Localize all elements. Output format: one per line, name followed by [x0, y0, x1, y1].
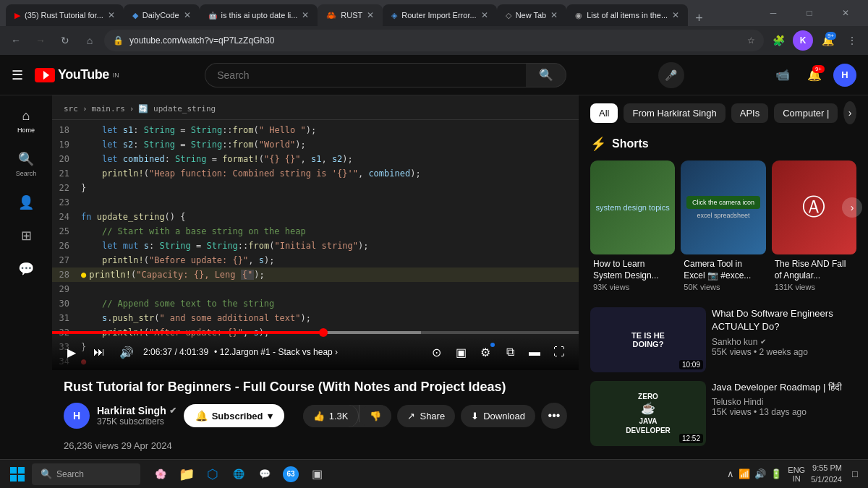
more-options-button[interactable]: ••• [541, 403, 567, 429]
youtube-header: ☰ YouTube IN 🔍 🎤 📹 🔔 9+ H [0, 55, 868, 95]
like-button[interactable]: 👍 1.3K [303, 405, 359, 427]
fullscreen-button[interactable]: ⛶ [548, 341, 570, 363]
tab-router[interactable]: ◈ Router Import Error... ✕ [383, 4, 496, 26]
forward-button[interactable]: → [30, 30, 51, 51]
channel-avatar[interactable]: H [64, 403, 90, 429]
maximize-button[interactable]: □ [793, 0, 826, 26]
tab-list[interactable]: ◉ List of all items in the... ✕ [566, 4, 688, 26]
subtitles-button[interactable]: ▣ [450, 341, 472, 363]
code-line-29: 29 [52, 282, 579, 296]
user-avatar[interactable]: H [833, 64, 856, 87]
browser-action-extensions: 🧩 K 🔔 9+ ⋮ [768, 30, 862, 51]
volume-button[interactable]: 🔊 [116, 341, 137, 363]
home-button[interactable]: ⌂ [80, 30, 100, 51]
battery-icon[interactable]: 🔋 [770, 468, 782, 479]
sidebar-item-chat[interactable]: 💬 [3, 254, 49, 284]
clock[interactable]: 9:55 PM 5/1/2024 [811, 463, 842, 485]
taskbar-search[interactable]: 🔍 Search [32, 463, 140, 485]
back-button[interactable]: ← [6, 30, 26, 51]
tab-close-2[interactable]: ✕ [184, 10, 191, 20]
chevron-up-icon[interactable]: ∧ [727, 468, 734, 479]
chip-computer[interactable]: Computer | [774, 103, 838, 123]
channel-name[interactable]: Harkirat Singh ✔ [97, 405, 176, 416]
volume-tray-icon[interactable]: 🔊 [754, 468, 766, 479]
autoplay-toggle[interactable]: ⊙ [425, 341, 447, 363]
region-label: IN [793, 474, 801, 483]
tab-close-1[interactable]: ✕ [108, 10, 115, 20]
next-button[interactable]: ⏭ [88, 341, 110, 363]
tab-close-7[interactable]: ✕ [672, 10, 679, 20]
new-tab-button[interactable]: + [688, 11, 710, 26]
minimize-button[interactable]: ─ [757, 0, 790, 26]
dislike-button[interactable]: 👎 [359, 405, 391, 427]
tab-close-4[interactable]: ✕ [367, 10, 374, 20]
rec-video-1[interactable]: TE IS HEDOING? 10:09 What Do Software En… [590, 307, 856, 372]
taskbar-icon-63[interactable]: 63 [279, 463, 302, 486]
shorts-next-button[interactable]: › [842, 197, 862, 218]
taskbar-icon-flower[interactable]: 🌸 [149, 463, 172, 486]
taskbar-icon-chrome[interactable]: 🌐 [227, 463, 250, 486]
chip-harkirat[interactable]: From Harkirat Singh [624, 103, 725, 123]
tab-rust[interactable]: ▶ (35) Rust Tutorial for... ✕ [6, 4, 124, 26]
url-bar[interactable]: 🔒 youtube.com/watch?v=qP7LzZqGh30 ☆ [104, 30, 764, 51]
taskbar-icon-folder[interactable]: 📁 [175, 463, 198, 486]
extensions-button[interactable]: 🧩 [768, 30, 788, 51]
search-button[interactable]: 🔍 [526, 63, 566, 87]
settings-button[interactable]: ⚙ [475, 341, 496, 363]
short-card-3[interactable]: Ⓐ The Rise AND Fall of Angular... 131K v… [772, 160, 856, 296]
tab-ai[interactable]: 🤖 is this ai upto date li... ✕ [200, 4, 318, 26]
tab-close-6[interactable]: ✕ [550, 10, 558, 20]
settings-indicator [490, 343, 495, 347]
short-card-1[interactable]: system design topics How to Learn System… [590, 160, 675, 296]
main-content: ⌂ Home 🔍 Search 👤 ⊞ 💬 [0, 95, 868, 488]
sidebar-item-home[interactable]: ⌂ Home [3, 101, 49, 141]
notification-bell[interactable]: 🔔 9+ [801, 62, 827, 88]
chip-arrow-button[interactable]: › [843, 101, 856, 124]
download-button[interactable]: ⬇ Download [461, 405, 535, 427]
close-button[interactable]: ✕ [829, 0, 862, 26]
sidebar-item-subscriptions[interactable]: 👤 [3, 187, 49, 218]
menu-icon[interactable]: ☰ [12, 67, 23, 83]
search-input[interactable] [205, 63, 526, 87]
chip-apis[interactable]: APIs [731, 103, 768, 123]
settings-button[interactable]: ⋮ [842, 30, 862, 51]
tab-label-3: is this ai upto date li... [221, 11, 298, 20]
play-button[interactable]: ▶ [61, 341, 82, 363]
share-button[interactable]: ↗ Share [397, 405, 455, 427]
tab-label-4: RUST [341, 11, 362, 20]
tray-icons: ∧ 📶 🔊 🔋 [727, 468, 782, 479]
mic-button[interactable]: 🎤 [658, 62, 684, 88]
tab-close-3[interactable]: ✕ [302, 10, 309, 20]
profile-button[interactable]: K [793, 30, 813, 51]
tab-close-5[interactable]: ✕ [481, 10, 488, 20]
shorts-grid: system design topics How to Learn System… [590, 160, 856, 296]
filter-chips: All From Harkirat Singh APIs Computer | … [590, 101, 856, 124]
tab-newtab[interactable]: ◇ New Tab ✕ [497, 4, 567, 26]
sidebar-item-library[interactable]: ⊞ [3, 221, 49, 251]
svg-rect-1 [10, 467, 17, 474]
network-icon[interactable]: 📶 [739, 468, 750, 479]
tab-dailycode[interactable]: ◆ DailyCode ✕ [124, 4, 200, 26]
sidebar-item-search[interactable]: 🔍 Search [3, 144, 49, 184]
clock-time: 9:55 PM [811, 463, 842, 474]
star-icon[interactable]: ☆ [747, 35, 755, 46]
taskbar-icon-terminal[interactable]: ▣ [305, 463, 328, 486]
miniplayer-button[interactable]: ⧉ [499, 341, 521, 363]
youtube-logo[interactable]: YouTube IN [35, 67, 119, 82]
subscribe-button[interactable]: 🔔 Subscribed ▾ [184, 404, 284, 427]
notification-center-button[interactable]: □ [848, 463, 862, 485]
video-container: src › main.rs › 🔄 update_string 18 let s… [52, 95, 579, 488]
short-card-2[interactable]: Click the camera icon excel spreadsheet … [681, 160, 765, 296]
chip-all[interactable]: All [590, 103, 618, 123]
theater-button[interactable]: ▬ [524, 341, 545, 363]
start-button[interactable] [6, 463, 29, 486]
shorts-header: ⚡ Shorts [590, 136, 856, 152]
notification-button[interactable]: 🔔 9+ [817, 30, 838, 51]
youtube-app: ☰ YouTube IN 🔍 🎤 📹 🔔 9+ H ⌂ H [0, 55, 868, 488]
taskbar-icon-vscode[interactable]: ⬡ [201, 463, 224, 486]
taskbar-icon-discord[interactable]: 💬 [253, 463, 276, 486]
refresh-button[interactable]: ↻ [55, 30, 75, 51]
create-button[interactable]: 📹 [770, 62, 796, 88]
tab-rust-active[interactable]: 🦀 RUST ✕ [318, 4, 383, 26]
rec-video-2[interactable]: ZERO☕JAVADEVELOPER 12:52 Java Developer … [590, 381, 856, 446]
